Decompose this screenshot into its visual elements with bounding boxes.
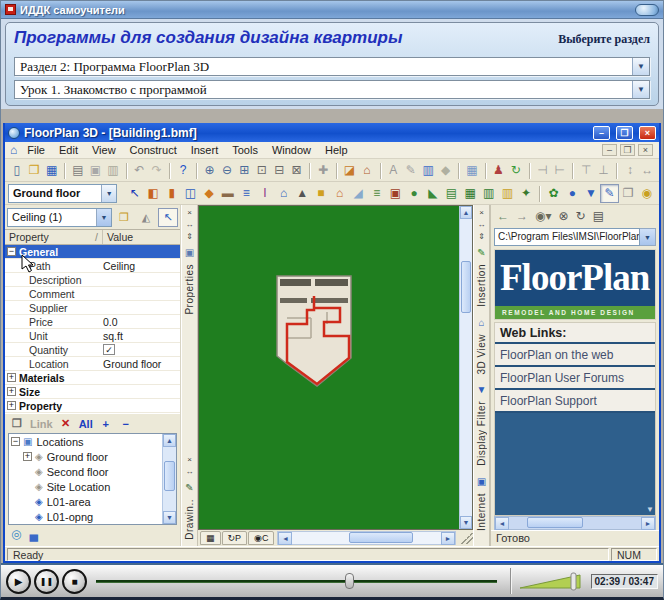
align-top-button[interactable]: ⊤ xyxy=(577,161,594,180)
tab-insertion[interactable]: Insertion xyxy=(476,264,487,307)
save-button[interactable]: ▦ xyxy=(43,161,60,180)
board-tool[interactable]: ▤ xyxy=(442,184,461,203)
align-left-button[interactable]: ⊣ xyxy=(534,161,551,180)
web-link[interactable]: FloorPlan User Forums xyxy=(495,367,655,390)
menu-item[interactable]: Insert xyxy=(184,144,226,156)
canvas-hscrollbar[interactable]: ◄ ► xyxy=(277,531,456,545)
dock-icon[interactable]: ↔ xyxy=(475,219,488,231)
door2-tool[interactable]: ▮ xyxy=(162,184,181,203)
walkthrough-button[interactable]: ⌂ xyxy=(358,161,375,180)
expand-box[interactable]: + xyxy=(7,387,16,396)
cabinet-tool[interactable]: ■ xyxy=(312,184,331,203)
all-button[interactable]: All xyxy=(79,416,93,432)
tab-drawing[interactable]: Drawin.. xyxy=(184,499,195,540)
multiwall-tool[interactable]: ≡ xyxy=(237,184,256,203)
stairs-tool[interactable]: ≡ xyxy=(368,184,387,203)
section-select[interactable]: Раздел 2: Программа FloorPlan 3D ▼ xyxy=(14,57,650,76)
vehicle-tool[interactable]: ● xyxy=(563,184,582,203)
tab-internet[interactable]: Internet xyxy=(476,493,487,531)
render-button[interactable]: ◭ xyxy=(136,208,156,227)
copy-plan-tool[interactable]: ❐ xyxy=(619,184,638,203)
close-icon[interactable]: × xyxy=(183,207,196,219)
schedule-button[interactable]: ▥ xyxy=(419,161,436,180)
grid-button[interactable]: ▦ xyxy=(463,161,480,180)
window-button[interactable] xyxy=(635,4,659,16)
door-tool[interactable]: ◧ xyxy=(144,184,163,203)
scrollbar-thumb[interactable] xyxy=(349,532,413,543)
forward-button[interactable]: → xyxy=(516,209,528,223)
expand-box[interactable] xyxy=(23,467,32,476)
expand-all-button[interactable]: + xyxy=(99,416,113,432)
expand-box[interactable]: − xyxy=(7,247,16,256)
print-button[interactable]: ▤ xyxy=(69,161,86,180)
new-button[interactable]: ▯ xyxy=(8,161,25,180)
property-row[interactable]: Location Ground floor xyxy=(5,357,180,371)
seek-bar[interactable] xyxy=(94,570,499,592)
tab-plan-view[interactable]: ▦ xyxy=(200,531,221,545)
publish-button[interactable]: ▤ xyxy=(593,209,604,223)
expand-box[interactable] xyxy=(23,497,32,506)
tree-item-locations[interactable]: − ▣ Locations xyxy=(9,434,176,449)
scroll-down-icon[interactable]: ▼ xyxy=(163,511,176,524)
value-column-header[interactable]: Value xyxy=(103,230,180,244)
mdi-close-button[interactable]: × xyxy=(638,144,653,156)
scroll-up-icon[interactable]: ▲ xyxy=(460,206,472,219)
panel-hscrollbar[interactable]: ◄ ► xyxy=(494,516,656,530)
undo-button[interactable]: ↶ xyxy=(131,161,148,180)
menu-item[interactable]: Edit xyxy=(52,144,85,156)
scrollbar-thumb[interactable] xyxy=(164,461,175,491)
column-tool[interactable]: I xyxy=(256,184,275,203)
expand-box[interactable] xyxy=(23,482,32,491)
snapshot-tool[interactable]: ◉ xyxy=(638,184,657,203)
web-link[interactable]: FloorPlan Support xyxy=(495,390,655,413)
scroll-down-icon[interactable]: ▼ xyxy=(646,505,654,514)
align-right-button[interactable]: ⊢ xyxy=(551,161,568,180)
zoom-extents-button[interactable]: ⊠ xyxy=(288,161,305,180)
align-bottom-button[interactable]: ⊥ xyxy=(595,161,612,180)
room-tool[interactable]: ⌂ xyxy=(274,184,293,203)
snapshot-button[interactable]: ◉▾ xyxy=(535,209,552,223)
refresh-button[interactable]: ↻ xyxy=(576,209,586,223)
menu-item[interactable]: Construct xyxy=(123,144,184,156)
gate-tool[interactable]: ▥ xyxy=(498,184,517,203)
tab-display-filter[interactable]: Display Filter xyxy=(476,401,487,466)
floorplan-titlebar[interactable]: FloorPlan 3D - [Building1.bmf] – ❐ × xyxy=(5,123,659,142)
view-3d-button[interactable]: ◪ xyxy=(341,161,358,180)
close-button[interactable]: × xyxy=(639,126,656,140)
delete-button[interactable]: ✕ xyxy=(59,416,73,432)
zoom-previous-button[interactable]: ⊟ xyxy=(270,161,287,180)
menu-item[interactable]: View xyxy=(85,144,123,156)
pan-button[interactable]: ✚ xyxy=(314,161,331,180)
expand-box[interactable]: + xyxy=(23,452,32,461)
property-column-header[interactable]: Property xyxy=(9,231,49,243)
seek-thumb[interactable] xyxy=(345,573,354,589)
help-button[interactable]: ? xyxy=(174,161,191,180)
world-icon[interactable]: ◎ xyxy=(11,527,21,541)
wall-tool[interactable]: ▬ xyxy=(218,184,237,203)
menu-item[interactable]: Tools xyxy=(225,144,265,156)
shape-button[interactable]: ◆ xyxy=(437,161,454,180)
expand-box[interactable] xyxy=(23,512,32,521)
pause-button[interactable]: ❚❚ xyxy=(34,569,59,594)
resize-grip[interactable] xyxy=(461,532,473,544)
fireplace-tool[interactable]: ▣ xyxy=(386,184,405,203)
property-row[interactable]: Description xyxy=(5,273,180,287)
scroll-left-icon[interactable]: ◄ xyxy=(495,517,509,530)
tab-3d-view[interactable]: ↻P xyxy=(222,531,248,545)
panel-button[interactable]: ❐ xyxy=(10,416,24,432)
walk-person-button[interactable]: ♟ xyxy=(490,161,507,180)
zoom-window-button[interactable]: ⊞ xyxy=(236,161,253,180)
resize-icon[interactable]: ⇕ xyxy=(183,231,196,243)
menu-item[interactable]: Help xyxy=(318,144,355,156)
distribute-v-button[interactable]: ↕ xyxy=(621,161,638,180)
mdi-restore-button[interactable]: ❐ xyxy=(620,144,635,156)
camera-tool[interactable]: ▲ xyxy=(293,184,312,203)
scroll-right-icon[interactable]: ► xyxy=(641,517,655,530)
opening-tool[interactable]: ◆ xyxy=(200,184,219,203)
play-button[interactable]: ▶ xyxy=(6,569,31,594)
floor-select[interactable]: Ground floor ▼ xyxy=(8,184,117,203)
scroll-left-icon[interactable]: ◄ xyxy=(278,532,292,545)
property-grid-header[interactable]: Property/ Value xyxy=(5,230,180,245)
property-row[interactable]: + Size xyxy=(5,385,180,399)
fence-tool[interactable]: ▥ xyxy=(479,184,498,203)
